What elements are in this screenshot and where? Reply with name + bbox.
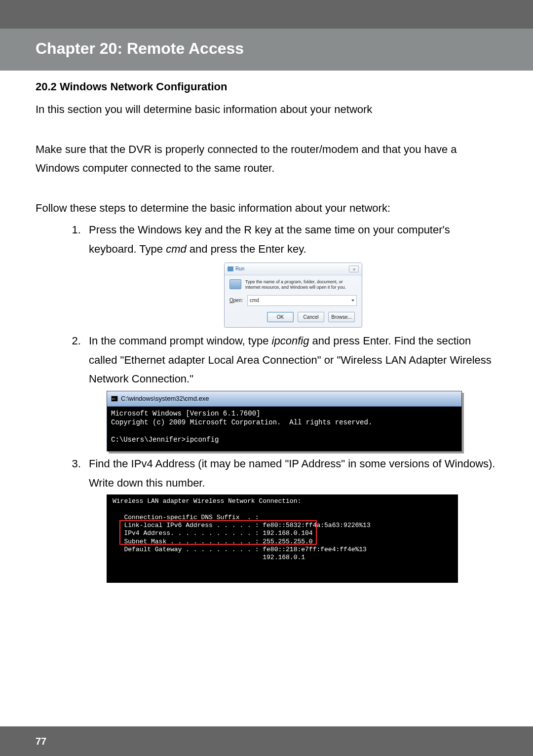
run-dialog: Run ⨉ Type the name of a program, folder… <box>224 263 362 328</box>
open-label: Open: <box>229 296 244 305</box>
step-1-cmd: cmd <box>166 243 187 255</box>
chapter-header: Chapter 20: Remote Access <box>0 29 533 71</box>
run-title-icon <box>228 266 233 271</box>
cancel-button[interactable]: Cancel <box>298 312 324 323</box>
steps-list: Press the Windows key and the R key at t… <box>36 221 497 583</box>
open-combobox[interactable]: cmd <box>247 295 357 306</box>
cmd2-gw1: Default Gateway . . . . . . . . . : fe80… <box>113 546 367 553</box>
content-area: 20.2 Windows Network Configuration In th… <box>0 71 533 583</box>
run-description: Type the name of a program, folder, docu… <box>245 279 357 291</box>
step-3-text: Find the IPv4 Address (it may be named "… <box>89 457 495 489</box>
run-titlebar: Run ⨉ <box>225 263 362 275</box>
cmd2-ll: Link-local IPv6 Address . . . . . : fe80… <box>113 522 371 529</box>
cmd-title-text: C:\windows\system32\cmd.exe <box>121 393 209 405</box>
cmd-body-1: Microsoft Windows [Version 6.1.7600] Cop… <box>107 407 461 451</box>
step-1-text-b: and press the Enter key. <box>187 243 306 255</box>
open-value: cmd <box>250 296 259 305</box>
cmd2-dns: Connection-specific DNS Suffix . : <box>113 514 259 521</box>
cmd-title-icon <box>111 396 118 402</box>
page-number: 77 <box>36 736 46 747</box>
follow-paragraph: Follow these steps to determine the basi… <box>36 199 497 218</box>
ok-button[interactable]: OK <box>267 312 294 323</box>
cmd2-gw2: 192.168.0.1 <box>113 554 305 561</box>
run-title: Run <box>235 265 349 273</box>
step-2: In the command prompt window, type ipcon… <box>84 332 497 452</box>
chapter-title: Chapter 20: Remote Access <box>36 39 497 58</box>
cmd2-ipv4: IPv4 Address. . . . . . . . . . . : 192.… <box>113 529 313 537</box>
cmd-titlebar: C:\windows\system32\cmd.exe <box>107 391 461 407</box>
step-3: Find the IPv4 Address (it may be named "… <box>84 454 497 583</box>
footer-bar: 77 <box>0 726 533 756</box>
cmd-window-2: Wireless LAN adapter Wireless Network Co… <box>107 494 458 583</box>
step-2-text-a: In the command prompt window, type <box>89 335 272 347</box>
intro-paragraph: In this section you will determine basic… <box>36 100 497 119</box>
chevron-down-icon <box>351 300 354 302</box>
cmd2-mask: Subnet Mask . . . . . . . . . . . : 255.… <box>113 538 313 545</box>
top-bar <box>0 0 533 29</box>
connect-paragraph: Make sure that the DVR is properly conne… <box>36 140 497 178</box>
cmd1-line3: C:\Users\Jennifer>ipconfig <box>111 436 219 444</box>
cmd2-header: Wireless LAN adapter Wireless Network Co… <box>113 497 301 505</box>
close-button[interactable]: ⨉ <box>349 265 359 272</box>
cmd1-line2: Copyright (c) 2009 Microsoft Corporation… <box>111 418 372 426</box>
cmd-window-1: C:\windows\system32\cmd.exe Microsoft Wi… <box>107 391 462 452</box>
run-body: Type the name of a program, folder, docu… <box>225 275 362 328</box>
step-1: Press the Windows key and the R key at t… <box>84 221 497 328</box>
section-heading: 20.2 Windows Network Configuration <box>36 80 497 93</box>
cmd1-line1: Microsoft Windows [Version 6.1.7600] <box>111 410 260 417</box>
run-program-icon <box>229 279 241 289</box>
browse-button[interactable]: Browse... <box>328 312 355 323</box>
step-2-cmd: ipconfig <box>272 335 309 347</box>
